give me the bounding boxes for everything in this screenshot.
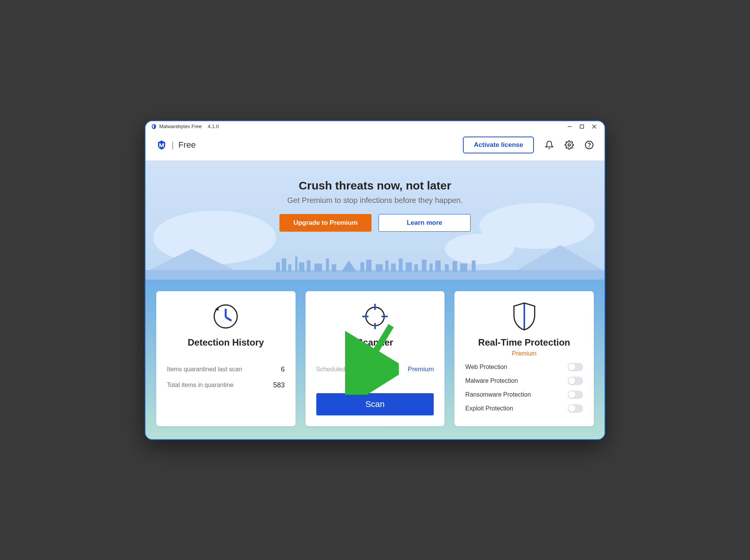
- svg-rect-1: [580, 125, 584, 128]
- header-brand: | Free: [156, 140, 196, 150]
- gear-icon[interactable]: [565, 140, 574, 150]
- malware-protection-label: Malware Protection: [465, 377, 518, 384]
- svg-rect-21: [366, 260, 372, 272]
- svg-rect-22: [376, 264, 383, 272]
- svg-point-6: [589, 147, 590, 147]
- scanner-title: Scanner: [316, 337, 434, 348]
- exploit-protection-toggle[interactable]: [568, 404, 583, 413]
- svg-point-38: [366, 307, 384, 326]
- history-row-total: Total items in quarantine 583: [167, 377, 285, 393]
- app-window: Malwarebytes Free 4.1.0 | Free Activate …: [145, 120, 605, 440]
- ransomware-protection-toggle[interactable]: [568, 390, 583, 399]
- svg-rect-24: [391, 264, 396, 272]
- exploit-protection-label: Exploit Protection: [465, 405, 513, 412]
- svg-point-4: [568, 144, 570, 146]
- svg-marker-19: [341, 260, 357, 272]
- app-icon: [151, 124, 157, 130]
- svg-rect-31: [445, 264, 449, 272]
- web-protection-toggle[interactable]: [568, 363, 583, 371]
- svg-rect-23: [385, 260, 388, 272]
- svg-rect-14: [299, 262, 304, 272]
- history-icon: [211, 302, 240, 331]
- svg-rect-10: [276, 262, 280, 272]
- activate-license-button[interactable]: Activate license: [463, 137, 534, 153]
- hero-banner: Crush threats now, not later Get Premium…: [145, 161, 605, 280]
- history-row-last-scan: Items quarantined last scan 6: [167, 362, 285, 377]
- svg-rect-12: [288, 264, 291, 272]
- web-protection-row: Web Protection: [465, 360, 583, 374]
- svg-rect-25: [399, 259, 403, 272]
- scheduled-premium-link[interactable]: Premium: [408, 366, 434, 373]
- svg-rect-33: [460, 264, 467, 272]
- svg-rect-13: [295, 257, 297, 272]
- protection-premium-tag: Premium: [465, 350, 583, 357]
- minimize-button[interactable]: [567, 124, 572, 129]
- scan-button[interactable]: Scan: [316, 393, 434, 415]
- svg-rect-30: [435, 260, 441, 272]
- svg-rect-11: [282, 259, 286, 272]
- hero-subtitle: Get Premium to stop infections before th…: [153, 196, 597, 205]
- exploit-protection-row: Exploit Protection: [465, 402, 583, 415]
- close-button[interactable]: [591, 124, 597, 129]
- history-title: Detection History: [167, 337, 285, 348]
- detection-history-card: Detection History Items quarantined last…: [156, 291, 296, 426]
- svg-rect-34: [472, 260, 476, 272]
- logo-icon: [156, 140, 167, 150]
- hero-title: Crush threats now, not later: [153, 179, 597, 192]
- protection-title: Real-Time Protection: [465, 337, 583, 348]
- svg-rect-18: [332, 264, 336, 272]
- app-name: Malwarebytes Free: [159, 124, 202, 129]
- crosshair-icon: [361, 302, 389, 331]
- window-controls: [567, 124, 601, 129]
- ransomware-protection-label: Ransomware Protection: [465, 391, 531, 398]
- scanner-card: Scanner Scheduled scans Premium Scan: [306, 291, 445, 426]
- history-row2-label: Total items in quarantine: [167, 382, 233, 389]
- titlebar: Malwarebytes Free 4.1.0: [145, 121, 605, 131]
- svg-rect-28: [422, 260, 426, 272]
- svg-rect-27: [414, 264, 418, 272]
- tier-label: Free: [178, 140, 196, 150]
- help-icon[interactable]: [585, 140, 594, 150]
- dashboard-cards: Detection History Items quarantined last…: [145, 280, 605, 439]
- svg-rect-32: [453, 261, 457, 272]
- shield-icon: [512, 301, 537, 331]
- bell-icon[interactable]: [545, 140, 554, 150]
- header: | Free Activate license: [145, 131, 605, 161]
- scheduled-label: Scheduled scans: [316, 366, 363, 373]
- history-row1-value: 6: [281, 366, 285, 374]
- realtime-protection-card: Real-Time Protection Premium Web Protect…: [454, 291, 594, 426]
- web-protection-label: Web Protection: [465, 364, 507, 371]
- learn-more-button[interactable]: Learn more: [378, 214, 471, 232]
- upgrade-premium-button[interactable]: Upgrade to Premium: [279, 214, 372, 232]
- history-row2-value: 583: [273, 381, 285, 389]
- svg-rect-26: [406, 262, 412, 272]
- scheduled-scans-row: Scheduled scans Premium: [316, 362, 434, 377]
- app-version: 4.1.0: [208, 124, 219, 129]
- svg-line-37: [226, 317, 231, 321]
- svg-rect-16: [314, 264, 322, 272]
- svg-rect-20: [360, 262, 364, 272]
- svg-point-9: [445, 234, 514, 264]
- malware-protection-row: Malware Protection: [465, 374, 583, 388]
- ransomware-protection-row: Ransomware Protection: [465, 388, 583, 402]
- titlebar-title: Malwarebytes Free 4.1.0: [151, 124, 219, 130]
- history-row1-label: Items quarantined last scan: [167, 366, 242, 373]
- svg-rect-15: [307, 260, 311, 272]
- svg-rect-17: [326, 259, 329, 272]
- header-divider: |: [172, 140, 174, 150]
- maximize-button[interactable]: [579, 124, 585, 129]
- svg-rect-29: [430, 264, 433, 272]
- malware-protection-toggle[interactable]: [568, 377, 583, 385]
